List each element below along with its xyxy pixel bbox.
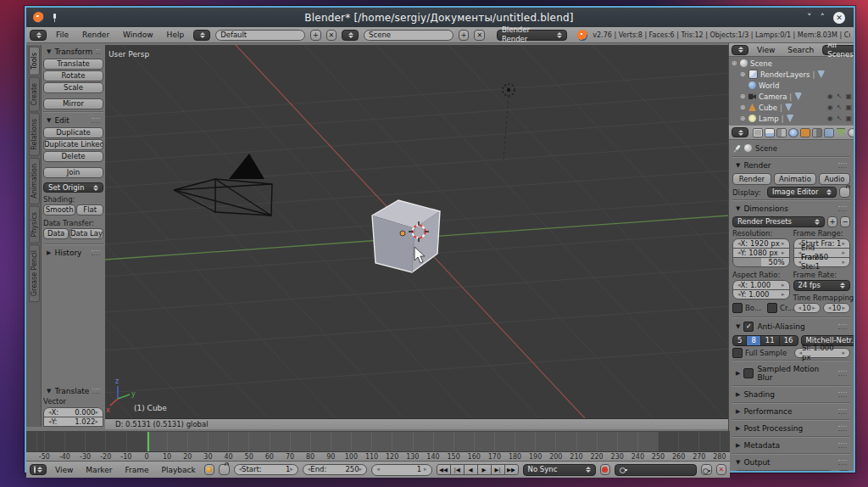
selectable-toggle-icon[interactable]: ↖ xyxy=(837,92,843,100)
shading-panel-header[interactable]: ▶Shading xyxy=(732,388,850,400)
filter-size-field[interactable]: ◂Si: 1.000 px▸ xyxy=(794,348,851,358)
render-panel-header[interactable]: ▼Render xyxy=(732,159,850,171)
delete-layout-button[interactable]: ✕ xyxy=(326,30,337,41)
browse-folder-button[interactable] xyxy=(837,470,850,471)
selectable-toggle-icon[interactable]: ↖ xyxy=(837,115,843,122)
tab-grease-pencil[interactable]: Grease Pencil xyxy=(29,244,40,302)
breadcrumb-pin-icon[interactable] xyxy=(731,142,743,154)
duplicate-linked-button[interactable]: Duplicate Linked xyxy=(43,139,103,150)
outliner-editor-button[interactable] xyxy=(732,45,748,55)
jump-to-start-button[interactable]: ◀◀ xyxy=(437,464,451,475)
transform-panel-header[interactable]: ▼Transform xyxy=(43,45,103,58)
delete-button[interactable]: Delete xyxy=(43,151,103,162)
border-checkbox[interactable] xyxy=(732,303,743,313)
editor-type-button[interactable] xyxy=(30,30,47,41)
frame-rate-dropdown[interactable]: 24 fps xyxy=(793,280,851,291)
properties-tab-constraints-icon[interactable] xyxy=(812,128,822,137)
output-path-field[interactable]: /tmp/ xyxy=(732,470,835,471)
aa-samples-16-button[interactable]: 16 xyxy=(779,335,798,346)
properties-tab-render-layers-icon[interactable] xyxy=(765,128,775,137)
insert-keyframe-button[interactable] xyxy=(701,464,711,475)
properties-tab-object-icon[interactable] xyxy=(800,128,810,137)
outliner-row-cube[interactable]: ⊕Cube|◉↖▣ xyxy=(731,102,852,113)
remove-preset-button[interactable]: − xyxy=(840,216,850,227)
aspect-y-field[interactable]: ◂Y: 1.000▸ xyxy=(732,289,790,299)
performance-panel-header[interactable]: ▶Performance xyxy=(732,405,850,417)
pin-icon[interactable] xyxy=(50,14,58,22)
play-button[interactable]: ▶ xyxy=(477,464,492,475)
close-button[interactable]: ✕ xyxy=(833,12,845,24)
redo-panel-header[interactable]: ▼Translate xyxy=(43,384,103,397)
timeline-playback-menu[interactable]: Playback xyxy=(158,466,200,474)
menu-window[interactable]: Window xyxy=(119,31,158,39)
expander-icon[interactable]: ⊕ xyxy=(731,59,737,67)
auto-keyframe-toggle[interactable] xyxy=(600,464,610,475)
timeline-frame-menu[interactable]: Frame xyxy=(120,466,153,474)
properties-tab-render-icon[interactable] xyxy=(753,128,763,137)
maximize-button[interactable]: ˄ xyxy=(821,13,826,22)
expander-icon[interactable]: ⊕ xyxy=(739,92,746,100)
menu-help[interactable]: Help xyxy=(163,31,189,39)
expander-icon[interactable]: ⊕ xyxy=(739,104,746,111)
remap-new-field[interactable]: ◂10▸ xyxy=(823,303,850,313)
outliner-row-renderlayers[interactable]: ⊕RenderLayers| xyxy=(731,69,852,80)
visibility-toggle-icon[interactable]: ◉ xyxy=(827,92,833,100)
next-keyframe-button[interactable]: ▶| xyxy=(491,464,505,475)
current-frame-input[interactable]: ◂1▸ xyxy=(371,464,431,476)
timeline-editor-button[interactable] xyxy=(30,464,47,475)
scale-button[interactable]: Scale xyxy=(43,82,103,93)
expander-icon[interactable]: ⊕ xyxy=(739,70,746,78)
tab-animation[interactable]: Animation xyxy=(29,158,40,204)
tab-physics[interactable]: Physics xyxy=(29,206,40,244)
mirror-button[interactable]: Mirror xyxy=(43,98,103,109)
scene-browse-icon[interactable] xyxy=(342,30,359,41)
render-toggle-icon[interactable]: ▣ xyxy=(845,92,852,100)
visibility-toggle-icon[interactable]: ◉ xyxy=(827,115,833,122)
timeline-frames-area[interactable] xyxy=(26,432,730,451)
render-engine-selector[interactable]: Blender Render xyxy=(497,30,567,41)
outliner-filter-dropdown[interactable]: All Scenes xyxy=(822,45,854,55)
preview-range-toggle[interactable] xyxy=(204,464,214,475)
end-frame-input[interactable]: ◂End:250▸ xyxy=(303,464,367,475)
data-button[interactable]: Data xyxy=(43,228,69,239)
properties-tab-modifiers-icon[interactable] xyxy=(824,128,834,137)
data-layout-button[interactable]: Data Layo xyxy=(70,228,103,239)
dimensions-panel-header[interactable]: ▼Dimensions xyxy=(732,202,850,215)
prev-keyframe-button[interactable]: |◀ xyxy=(450,464,465,475)
metadata-panel-header[interactable]: ▶Metadata xyxy=(732,439,850,451)
timeline-view-menu[interactable]: View xyxy=(51,466,77,474)
jump-to-end-button[interactable]: ▶▶ xyxy=(504,464,519,475)
frame-step-field[interactable]: ◂Frame Ste:1▸ xyxy=(793,257,851,267)
full-sample-checkbox[interactable] xyxy=(732,348,743,358)
keying-set-field[interactable] xyxy=(615,464,697,476)
anti-aliasing-checkbox[interactable]: ✓ xyxy=(743,322,754,332)
render-presets-dropdown[interactable]: Render Presets xyxy=(732,216,825,227)
menu-file[interactable]: File xyxy=(52,31,73,39)
render-audio-button[interactable]: Audio xyxy=(819,173,850,185)
vector-z-field[interactable]: ◂Z:0.000▸ xyxy=(43,426,103,427)
timeline-marker-menu[interactable]: Marker xyxy=(81,466,116,474)
add-scene-button[interactable]: + xyxy=(459,30,470,41)
motion-blur-checkbox[interactable] xyxy=(743,368,754,378)
outliner-row-camera[interactable]: ⊕Camera|◉↖▣ xyxy=(731,91,852,102)
render-toggle-icon[interactable]: ▣ xyxy=(845,115,852,122)
render-toggle-icon[interactable]: ▣ xyxy=(845,104,852,111)
current-frame-cursor[interactable] xyxy=(147,432,149,451)
add-layout-button[interactable]: + xyxy=(310,30,321,41)
scene-selector[interactable]: Scene xyxy=(364,30,453,41)
shade-flat-button[interactable]: Flat xyxy=(76,204,103,216)
outliner-row-scene[interactable]: ⊕Scene xyxy=(731,58,852,69)
post-processing-panel-header[interactable]: ▶Post Processing xyxy=(732,422,850,434)
remap-old-field[interactable]: ◂10▸ xyxy=(793,303,821,313)
screen-layout-icon[interactable] xyxy=(193,30,210,41)
sync-mode-dropdown[interactable]: No Sync xyxy=(523,464,596,476)
set-origin-dropdown[interactable]: Set Origin xyxy=(43,182,103,193)
properties-tab-scene-icon[interactable] xyxy=(776,128,787,137)
tab-tools[interactable]: Tools xyxy=(29,47,40,76)
outliner-search-menu[interactable]: Search xyxy=(783,46,818,54)
expander-icon[interactable]: ⊕ xyxy=(739,115,746,122)
crop-checkbox[interactable] xyxy=(767,303,777,313)
aspect-x-field[interactable]: ◂X: 1.000▸ xyxy=(732,280,790,290)
translate-button[interactable]: Translate xyxy=(43,59,103,70)
outliner-view-menu[interactable]: View xyxy=(753,46,779,54)
